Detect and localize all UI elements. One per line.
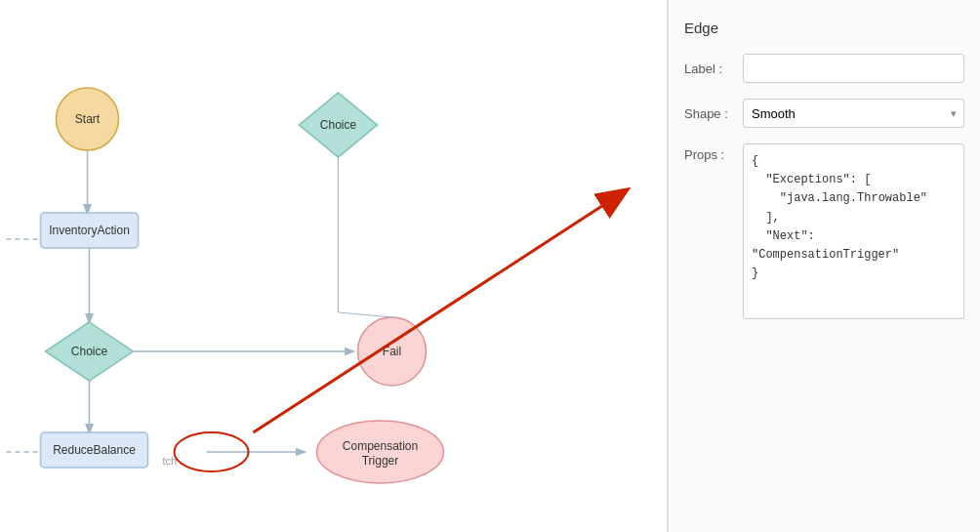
start-label: Start (75, 112, 101, 126)
label-field-label: Label : (684, 61, 743, 76)
choice-mid-label: Choice (71, 345, 108, 358)
props-row: Props : { "Exceptions": [ "java.lang.Thr… (684, 143, 964, 319)
shape-field-label: Shape : (684, 106, 743, 121)
reducebalance-label: ReduceBalance (53, 443, 136, 457)
edge-choice-top-down2 (339, 312, 392, 317)
props-textarea[interactable]: { "Exceptions": [ "java.lang.Throwable" … (743, 143, 964, 319)
diagram-area: Start Choice InventoryAction Choice Fail… (0, 0, 668, 532)
label-input[interactable] (743, 54, 964, 83)
right-panel: Edge Label : Shape : Smooth Straight Ste… (668, 0, 980, 532)
shape-select-wrapper: Smooth Straight Step SmoothStep SimpleBe… (743, 99, 964, 128)
choice-top-label: Choice (320, 118, 357, 132)
shape-row: Shape : Smooth Straight Step SmoothStep … (684, 99, 964, 128)
props-field-label: Props : (684, 143, 743, 162)
shape-select[interactable]: Smooth Straight Step SmoothStep SimpleBe… (743, 99, 964, 128)
compensation-trigger-label2: Trigger (362, 454, 399, 468)
inventoryaction-label: InventoryAction (49, 224, 130, 237)
compensation-trigger-label1: Compensation (343, 439, 418, 453)
red-arrow (254, 190, 627, 432)
label-row: Label : (684, 54, 964, 83)
panel-title: Edge (684, 20, 964, 36)
